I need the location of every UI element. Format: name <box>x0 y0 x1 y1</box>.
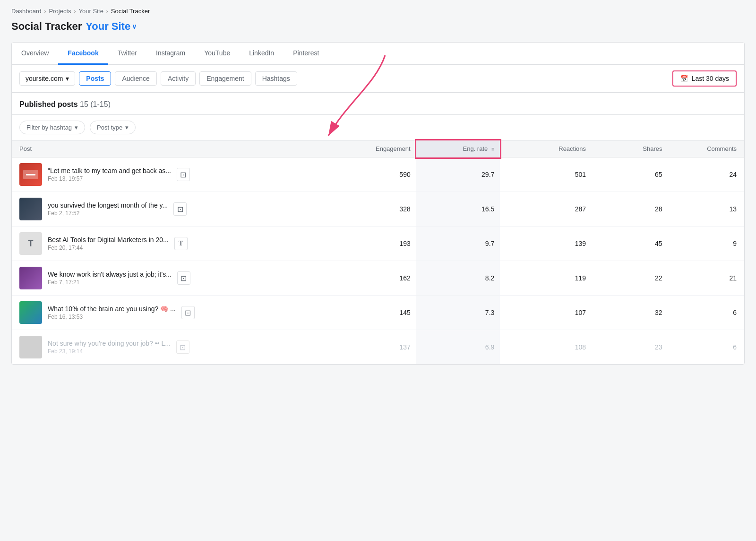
subtab-activity[interactable]: Activity <box>161 71 196 86</box>
post-text: We know work isn't always just a job; it… <box>48 270 172 278</box>
domain-label: yoursite.com <box>26 75 63 82</box>
engagement-cell: 590 <box>332 157 416 192</box>
post-cell: "Let me talk to my team and get back as.… <box>12 157 332 192</box>
post-type-icon: T <box>174 237 188 250</box>
domain-dropdown[interactable]: yoursite.com ▾ <box>19 71 75 86</box>
engagement-cell: 145 <box>332 296 416 330</box>
table-row[interactable]: What 10% of the brain are you using? 🧠 .… <box>12 296 744 330</box>
filter-hashtag-label: Filter by hashtag <box>26 124 72 131</box>
shares-cell: 45 <box>592 227 668 261</box>
post-cell: T Best AI Tools for Digital Marketers in… <box>12 227 332 261</box>
posts-table: Post Engagement Eng. rate ≡ Reactions Sh… <box>12 140 744 364</box>
table-wrapper: Post Engagement Eng. rate ≡ Reactions Sh… <box>12 140 744 364</box>
reactions-cell: 139 <box>500 227 592 261</box>
col-header-shares: Shares <box>592 140 668 157</box>
eng-rate-cell: 6.9 <box>416 330 500 365</box>
calendar-icon: 📅 <box>680 75 688 82</box>
breadcrumb-sep-2: › <box>74 8 76 15</box>
date-range-button[interactable]: 📅 Last 30 days <box>672 70 737 87</box>
comments-cell: 9 <box>668 227 744 261</box>
breadcrumb-sep-1: › <box>44 8 46 15</box>
breadcrumb: Dashboard › Projects › Your Site › Socia… <box>11 8 745 15</box>
table-row[interactable]: you survived the longest month of the y.… <box>12 192 744 227</box>
subtab-engagement[interactable]: Engagement <box>199 71 251 86</box>
tab-facebook[interactable]: Facebook <box>58 43 108 65</box>
post-text: you survived the longest month of the y.… <box>48 201 168 209</box>
post-date: Feb 20, 17:44 <box>48 244 169 251</box>
shares-cell: 22 <box>592 261 668 296</box>
page-title: Social Tracker <box>11 20 82 33</box>
table-row[interactable]: T Best AI Tools for Digital Marketers in… <box>12 227 744 261</box>
col-header-engagement: Engagement <box>332 140 416 157</box>
tab-overview[interactable]: Overview <box>12 43 58 65</box>
subtabs-left: yoursite.com ▾ Posts Audience Activity E… <box>19 71 297 86</box>
comments-cell: 21 <box>668 261 744 296</box>
breadcrumb-projects[interactable]: Projects <box>49 8 71 15</box>
filter-posttype-button[interactable]: Post type ▾ <box>90 121 136 134</box>
post-cell: We know work isn't always just a job; it… <box>12 261 332 296</box>
posts-header: Published posts 15 (1-15) <box>12 93 744 115</box>
reactions-cell: 287 <box>500 192 592 227</box>
post-type-icon: ⊡ <box>177 168 190 181</box>
comments-cell: 13 <box>668 192 744 227</box>
filter-hashtag-button[interactable]: Filter by hashtag ▾ <box>19 121 85 134</box>
post-date: Feb 2, 17:52 <box>48 210 168 217</box>
tab-linkedin[interactable]: LinkedIn <box>240 43 284 65</box>
table-row[interactable]: Not sure why you're doing your job? •• L… <box>12 330 744 365</box>
post-date: Feb 7, 17:21 <box>48 279 172 286</box>
engagement-cell: 137 <box>332 330 416 365</box>
reactions-cell: 119 <box>500 261 592 296</box>
site-name-dropdown[interactable]: Your Site ∨ <box>86 20 137 33</box>
subtab-posts[interactable]: Posts <box>79 71 111 86</box>
filter-hashtag-chevron-icon: ▾ <box>75 124 78 131</box>
reactions-cell: 501 <box>500 157 592 192</box>
post-date: Feb 13, 19:57 <box>48 175 171 182</box>
domain-chevron-icon: ▾ <box>66 75 69 82</box>
col-header-reactions: Reactions <box>500 140 592 157</box>
breadcrumb-social-tracker: Social Tracker <box>111 8 150 15</box>
post-text: Best AI Tools for Digital Marketers in 2… <box>48 236 169 244</box>
eng-rate-cell: 29.7 <box>416 157 500 192</box>
post-cell: you survived the longest month of the y.… <box>12 192 332 227</box>
reactions-cell: 107 <box>500 296 592 330</box>
shares-cell: 28 <box>592 192 668 227</box>
breadcrumb-dashboard[interactable]: Dashboard <box>11 8 42 15</box>
post-date: Feb 16, 13:53 <box>48 314 176 320</box>
tab-youtube[interactable]: YouTube <box>195 43 240 65</box>
tab-twitter[interactable]: Twitter <box>108 43 146 65</box>
comments-cell: 6 <box>668 330 744 365</box>
filter-posttype-chevron-icon: ▾ <box>125 124 129 131</box>
tab-pinterest[interactable]: Pinterest <box>284 43 328 65</box>
site-name-label: Your Site <box>86 20 130 33</box>
eng-rate-cell: 9.7 <box>416 227 500 261</box>
filters-row: Filter by hashtag ▾ Post type ▾ <box>12 115 744 140</box>
subtab-audience[interactable]: Audience <box>115 71 156 86</box>
posts-count: 15 (1-15) <box>80 100 111 108</box>
shares-cell: 65 <box>592 157 668 192</box>
table-row[interactable]: "Let me talk to my team and get back as.… <box>12 157 744 192</box>
subtab-hashtags[interactable]: Hashtags <box>255 71 297 86</box>
col-header-eng-rate[interactable]: Eng. rate ≡ <box>416 140 500 157</box>
post-date: Feb 23, 19:14 <box>48 348 171 355</box>
comments-cell: 6 <box>668 296 744 330</box>
reactions-cell: 108 <box>500 330 592 365</box>
engagement-cell: 193 <box>332 227 416 261</box>
table-row[interactable]: We know work isn't always just a job; it… <box>12 261 744 296</box>
comments-cell: 24 <box>668 157 744 192</box>
platform-tabs: Overview Facebook Twitter Instagram YouT… <box>12 43 744 65</box>
sort-icon: ≡ <box>491 146 494 152</box>
engagement-cell: 162 <box>332 261 416 296</box>
page-container: Dashboard › Projects › Your Site › Socia… <box>0 0 756 541</box>
main-section: Overview Facebook Twitter Instagram YouT… <box>11 42 745 365</box>
breadcrumb-sep-3: › <box>106 8 108 15</box>
post-type-icon: ⊡ <box>177 271 190 285</box>
post-text: "Let me talk to my team and get back as.… <box>48 167 171 175</box>
post-type-icon: ⊡ <box>176 340 189 354</box>
date-range-label: Last 30 days <box>692 75 729 82</box>
breadcrumb-yoursite[interactable]: Your Site <box>79 8 103 15</box>
post-text: Not sure why you're doing your job? •• L… <box>48 340 171 347</box>
shares-cell: 23 <box>592 330 668 365</box>
tab-instagram[interactable]: Instagram <box>146 43 195 65</box>
post-cell: What 10% of the brain are you using? 🧠 .… <box>12 296 332 330</box>
eng-rate-cell: 16.5 <box>416 192 500 227</box>
